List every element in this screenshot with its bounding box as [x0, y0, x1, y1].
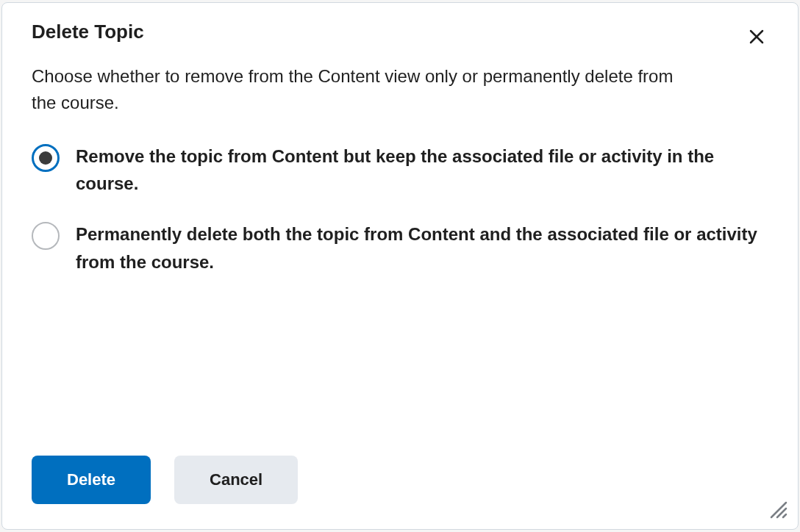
dialog-title: Delete Topic: [32, 21, 144, 43]
option-remove-permanently[interactable]: Permanently delete both the topic from C…: [32, 220, 768, 275]
radio-remove-only[interactable]: [32, 144, 60, 172]
cancel-button[interactable]: Cancel: [174, 456, 298, 504]
resize-handle[interactable]: [767, 498, 788, 519]
resize-icon: [767, 498, 788, 519]
options-group: Remove the topic from Content but keep t…: [2, 116, 798, 299]
dialog-description: Choose whether to remove from the Conten…: [2, 48, 723, 116]
option-remove-only[interactable]: Remove the topic from Content but keep t…: [32, 143, 768, 197]
dialog-header: Delete Topic: [2, 3, 798, 48]
close-icon: [748, 28, 765, 46]
option-label-remove-permanently: Permanently delete both the topic from C…: [76, 220, 767, 275]
delete-topic-dialog: Delete Topic Choose whether to remove fr…: [1, 2, 799, 530]
radio-remove-permanently[interactable]: [32, 222, 60, 250]
close-button[interactable]: [745, 25, 768, 48]
delete-button[interactable]: Delete: [32, 456, 151, 504]
dialog-footer: Delete Cancel: [32, 456, 298, 504]
option-label-remove-only: Remove the topic from Content but keep t…: [76, 143, 767, 197]
svg-line-4: [783, 514, 786, 517]
